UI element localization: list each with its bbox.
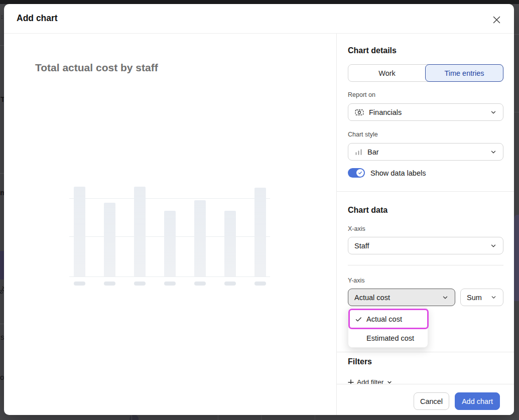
- filters-heading: Filters: [348, 357, 372, 366]
- close-icon: [492, 15, 501, 25]
- inner-divider: [348, 265, 503, 265]
- pane-divider: [336, 34, 337, 415]
- preview-bar: [134, 187, 146, 276]
- x-axis-label: X-axis: [348, 225, 365, 232]
- x-axis-value: Staff: [354, 242, 369, 250]
- backdrop-top-strip: [0, 0, 519, 4]
- show-data-labels-row: Show data labels: [348, 168, 426, 178]
- bg-avatar-fragment: [129, 414, 139, 420]
- bg-hairline: [261, 415, 262, 420]
- banknote-icon: [354, 107, 364, 117]
- toggle-knob: [356, 169, 364, 177]
- preview-axis-pill: [104, 282, 115, 286]
- bg-hairline: [0, 324, 4, 324]
- preview-axis-pill: [134, 282, 146, 286]
- gridline: [69, 198, 270, 199]
- chevron-down-icon: [442, 294, 449, 301]
- report-on-select[interactable]: Financials: [348, 103, 503, 121]
- show-data-labels-toggle[interactable]: [348, 168, 365, 178]
- gridline: [69, 276, 270, 277]
- preview-bar: [254, 188, 266, 276]
- chart-style-value: Bar: [367, 148, 379, 156]
- preview-bar: [194, 200, 206, 276]
- bg-hairline: [514, 34, 519, 35]
- preview-axis-pill: [74, 282, 85, 286]
- preview-bar: [74, 187, 85, 276]
- y-axis-dropdown-menu: Actual cost Estimated cost: [348, 307, 428, 348]
- work-timeentries-segmented-control: Work Time entries: [348, 64, 503, 82]
- section-divider: [337, 191, 514, 192]
- report-on-label: Report on: [348, 91, 375, 98]
- show-data-labels-label: Show data labels: [370, 169, 426, 177]
- chart-details-heading: Chart details: [348, 46, 397, 55]
- preview-axis-pill: [254, 282, 266, 286]
- menu-item-actual-cost[interactable]: Actual cost: [348, 310, 429, 329]
- y-axis-select[interactable]: Actual cost: [348, 289, 455, 306]
- preview-axis-pill: [194, 282, 206, 286]
- menu-item-estimated-cost[interactable]: Estimated cost: [348, 329, 429, 348]
- cancel-button[interactable]: Cancel: [414, 392, 449, 410]
- segment-work[interactable]: Work: [348, 65, 426, 81]
- chart-preview-title: Total actual cost by staff: [35, 62, 158, 74]
- aggregation-select[interactable]: Sum: [460, 289, 503, 306]
- bar-chart-icon: [354, 148, 363, 156]
- segment-time-entries[interactable]: Time entries: [425, 64, 503, 82]
- bg-hairline: [132, 415, 132, 420]
- check-icon: [355, 316, 363, 323]
- chart-style-select[interactable]: Bar: [348, 143, 503, 161]
- preview-bar: [164, 211, 176, 276]
- bg-hairline: [0, 173, 4, 174]
- y-axis-value: Actual cost: [354, 294, 390, 302]
- bg-accent-block: [514, 215, 519, 301]
- screen: : T m ed s or Add chart Total actual cos…: [0, 0, 519, 420]
- modal-footer: Cancel Add chart: [337, 384, 514, 415]
- add-chart-modal: Add chart Total actual cost by staff Cha…: [4, 4, 514, 415]
- chevron-down-icon: [490, 294, 497, 301]
- y-axis-label: Y-axis: [348, 277, 365, 284]
- chevron-down-icon: [490, 149, 497, 156]
- chart-data-heading: Chart data: [348, 206, 387, 215]
- chevron-down-icon: [490, 109, 497, 116]
- bg-accent-block: [0, 251, 4, 279]
- aggregation-value: Sum: [467, 294, 482, 302]
- add-chart-button[interactable]: Add chart: [455, 392, 500, 410]
- report-on-value: Financials: [369, 108, 402, 116]
- close-button[interactable]: [489, 12, 504, 27]
- preview-bar: [224, 211, 236, 276]
- header-divider: [4, 33, 514, 34]
- preview-bar: [104, 203, 115, 276]
- chart-preview: [69, 155, 270, 290]
- preview-axis-pill: [224, 282, 236, 286]
- menu-item-label: Estimated cost: [366, 334, 414, 342]
- x-axis-select[interactable]: Staff: [348, 237, 503, 254]
- preview-axis-pill: [164, 282, 176, 286]
- check-icon: [358, 171, 362, 175]
- chevron-down-icon: [490, 242, 497, 249]
- menu-item-label: Actual cost: [366, 315, 402, 323]
- bg-hairline: [315, 415, 315, 420]
- bg-hairline: [218, 415, 218, 420]
- chart-style-label: Chart style: [348, 131, 378, 138]
- bg-hairline: [0, 45, 4, 46]
- bg-hairline: [514, 112, 519, 112]
- section-divider: [337, 352, 514, 352]
- modal-title: Add chart: [17, 13, 58, 24]
- bg-fragment: :: [1, 14, 3, 20]
